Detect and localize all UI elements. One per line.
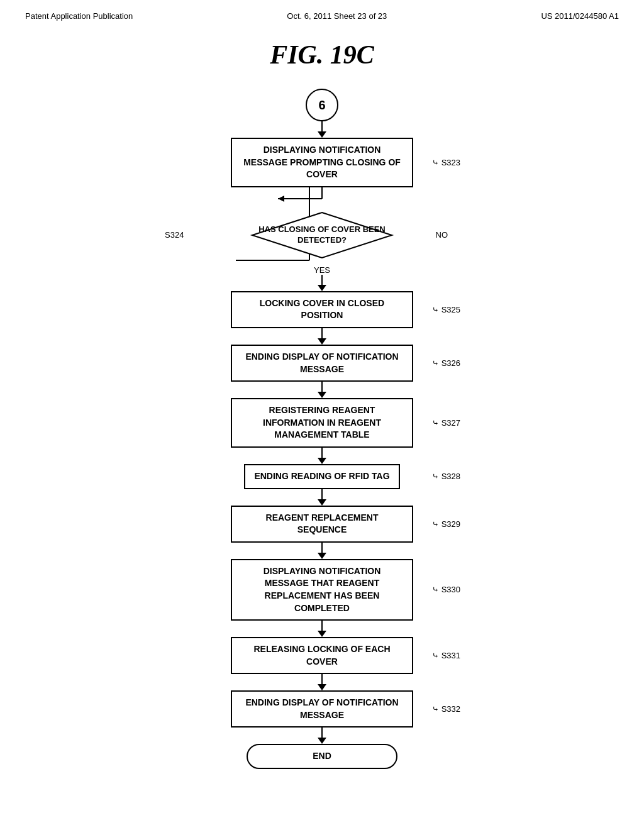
connector-line <box>321 121 323 131</box>
step-row-s325: LOCKING COVER IN CLOSED POSITION ⤷ S325 <box>133 291 511 328</box>
step-s331: RELEASING LOCKING OF EACH COVER <box>231 637 413 674</box>
header-middle: Oct. 6, 2011 Sheet 23 of 23 <box>287 11 387 21</box>
step-row-s330: DISPLAYING NOTIFICATION MESSAGE THAT REA… <box>133 559 511 621</box>
arrow-down <box>318 631 326 637</box>
step-row-s328: ENDING READING OF RFID TAG ⤷ S328 <box>133 464 511 489</box>
arrow-down <box>318 392 326 398</box>
page-header: Patent Application Publication Oct. 6, 2… <box>0 0 644 27</box>
step-s332: ENDING DISPLAY OF NOTIFICATION MESSAGE <box>231 690 413 728</box>
step-row-s329: REAGENT REPLACEMENT SEQUENCE ⤷ S329 <box>133 506 511 543</box>
start-node: 6 <box>306 89 338 121</box>
arrow-down <box>318 499 326 506</box>
step-row-s332: ENDING DISPLAY OF NOTIFICATION MESSAGE ⤷… <box>133 690 511 728</box>
step-label-s326: ⤷ S326 <box>432 358 460 368</box>
step-s324: HAS CLOSING OF COVER BEEN DETECTED? <box>250 210 394 260</box>
end-node: END <box>247 744 397 769</box>
loop-arrow-svg <box>228 187 416 210</box>
fig-title: FIG. 19C <box>0 40 644 70</box>
step-row-s323: DISPLAYING NOTIFICATION MESSAGE PROMPTIN… <box>133 138 511 187</box>
connector-line <box>321 489 323 499</box>
step-label-s328: ⤷ S328 <box>432 472 460 481</box>
diagram-inner: 6 DISPLAYING NOTIFICATION MESSAGE PROMPT… <box>133 89 511 769</box>
step-label-s332: ⤷ S332 <box>432 704 460 714</box>
step-row-s327: REGISTERING REAGENT INFORMATION IN REAGE… <box>133 398 511 448</box>
connector-line <box>321 275 323 285</box>
arrow-down <box>318 338 326 345</box>
step-s329: REAGENT REPLACEMENT SEQUENCE <box>231 506 413 543</box>
yes-label: YES <box>314 265 330 275</box>
arrow-down <box>318 738 326 744</box>
svg-marker-2 <box>278 196 284 202</box>
arrow-down <box>318 131 326 138</box>
connector-line <box>321 448 323 458</box>
header-left: Patent Application Publication <box>25 11 133 21</box>
step-s328: ENDING READING OF RFID TAG <box>244 464 399 489</box>
step-s323: DISPLAYING NOTIFICATION MESSAGE PROMPTIN… <box>231 138 413 187</box>
connector-line <box>321 543 323 553</box>
step-label-s327: ⤷ S327 <box>432 418 460 428</box>
step-label-s325: ⤷ S325 <box>432 305 460 314</box>
step-row-s326: ENDING DISPLAY OF NOTIFICATION MESSAGE ⤷… <box>133 345 511 382</box>
connector-line <box>321 328 323 338</box>
step-s326: ENDING DISPLAY OF NOTIFICATION MESSAGE <box>231 345 413 382</box>
step-s325: LOCKING COVER IN CLOSED POSITION <box>231 291 413 328</box>
arrow-down <box>318 684 326 690</box>
arrow-down <box>318 285 326 291</box>
step-s330: DISPLAYING NOTIFICATION MESSAGE THAT REA… <box>231 559 413 621</box>
arrow-down <box>318 458 326 464</box>
arrow-down <box>318 553 326 559</box>
diagram-container: 6 DISPLAYING NOTIFICATION MESSAGE PROMPT… <box>0 89 644 769</box>
step-row-s331: RELEASING LOCKING OF EACH COVER ⤷ S331 <box>133 637 511 674</box>
connector-line <box>321 382 323 392</box>
step-label-s329: ⤷ S329 <box>432 519 460 529</box>
step-label-s331: ⤷ S331 <box>432 651 460 660</box>
step-label-s330: ⤷ S330 <box>432 585 460 594</box>
header-right: US 2011/0244580 A1 <box>541 11 619 21</box>
step-s327: REGISTERING REAGENT INFORMATION IN REAGE… <box>231 398 413 448</box>
connector-line <box>321 728 323 738</box>
connector-line <box>321 621 323 631</box>
step-label-s323: ⤷ S323 <box>432 158 460 167</box>
connector-line <box>321 674 323 684</box>
